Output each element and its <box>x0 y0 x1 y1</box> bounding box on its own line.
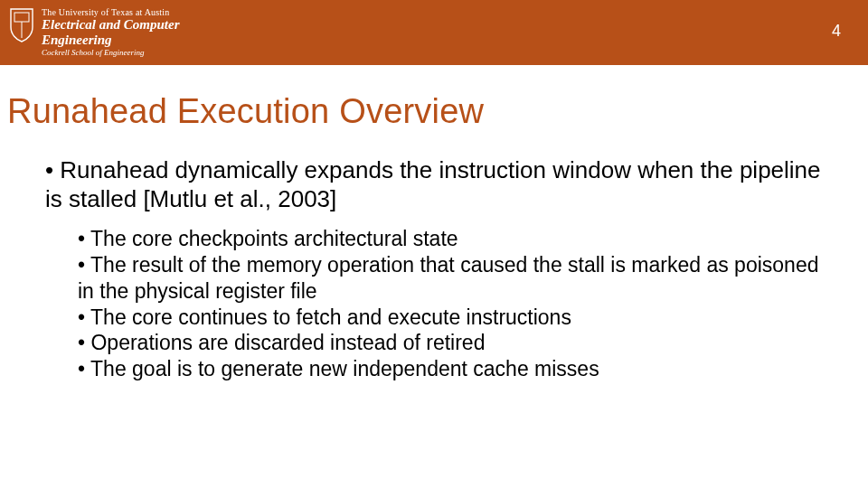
institution-line1: The University of Texas at Austin <box>42 7 180 17</box>
page-number: 4 <box>832 22 841 41</box>
bullet-level2-text: Operations are discarded instead of reti… <box>90 331 485 354</box>
bullet-level2: • The goal is to generate new independen… <box>78 356 832 382</box>
institution-logo: The University of Texas at Austin Electr… <box>9 7 180 58</box>
bullet-dot-icon: • <box>78 356 85 382</box>
bullet-dot-icon: • <box>78 330 85 356</box>
bullet-level2-text: The core checkpoints architectural state <box>90 227 458 250</box>
bullet-level1: • Runahead dynamically expands the instr… <box>45 156 832 213</box>
bullet-level2: • The core continues to fetch and execut… <box>78 305 832 331</box>
slide-title: Runahead Execution Overview <box>7 92 868 131</box>
bullet-level1-text: Runahead dynamically expands the instruc… <box>45 156 821 212</box>
institution-line2: Electrical and Computer <box>42 17 180 33</box>
bullet-dot-icon: • <box>78 226 85 252</box>
bullet-dot-icon: • <box>78 305 85 331</box>
bullet-dot-icon: • <box>78 252 85 278</box>
bullet-level2-text: The core continues to fetch and execute … <box>90 305 571 329</box>
bullet-level2: • The core checkpoints architectural sta… <box>78 226 832 252</box>
header-bar: The University of Texas at Austin Electr… <box>0 0 868 65</box>
bullet-level2: • Operations are discarded instead of re… <box>78 330 832 356</box>
institution-line3: Engineering <box>42 33 180 48</box>
bullet-level2-text: The result of the memory operation that … <box>78 253 818 303</box>
svg-rect-0 <box>14 13 29 22</box>
bullet-level2-text: The goal is to generate new independent … <box>90 357 599 380</box>
bullet-level2-list: • The core checkpoints architectural sta… <box>78 226 832 382</box>
slide: The University of Texas at Austin Electr… <box>0 0 868 488</box>
slide-content: • Runahead dynamically expands the instr… <box>45 156 832 382</box>
shield-icon <box>9 7 34 43</box>
bullet-dot-icon: • <box>45 156 53 185</box>
bullet-level2: • The result of the memory operation tha… <box>78 252 832 305</box>
institution-line4: Cockrell School of Engineering <box>42 49 180 58</box>
institution-text: The University of Texas at Austin Electr… <box>42 7 180 58</box>
